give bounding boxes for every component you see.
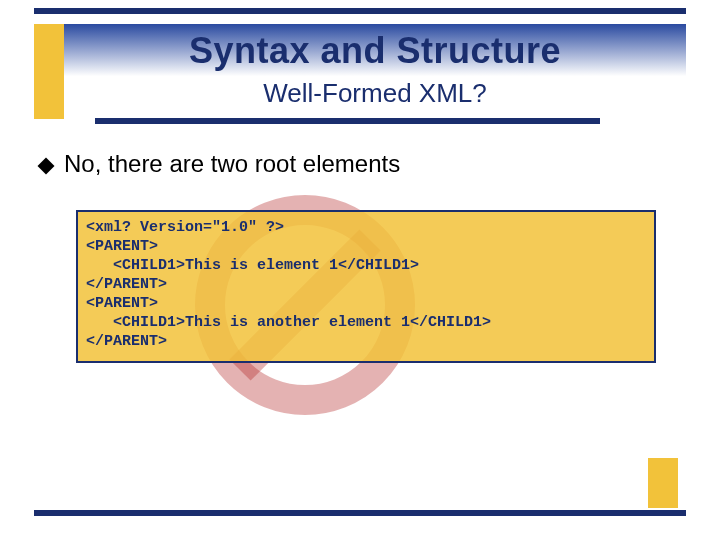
code-block: <xml? Version="1.0" ?> <PARENT> <CHILD1>… [76,210,656,363]
diamond-bullet-icon [38,158,55,175]
slide-title: Syntax and Structure [64,24,686,78]
slide-subtitle: Well-Formed XML? [64,78,686,108]
accent-block-bottom [648,458,678,508]
bullet-line: No, there are two root elements [40,150,680,178]
title-underline [95,118,600,124]
code-line-7: </PARENT> [86,333,167,350]
code-line-2: <PARENT> [86,238,158,255]
bottom-divider [34,510,686,516]
code-line-5: <PARENT> [86,295,158,312]
code-line-1: <xml? Version="1.0" ?> [86,219,284,236]
accent-block-top [34,24,64,119]
code-line-6: <CHILD1>This is another element 1</CHILD… [86,314,491,331]
top-divider [34,8,686,14]
code-line-4: </PARENT> [86,276,167,293]
title-area: Syntax and Structure Well-Formed XML? [64,24,686,119]
code-line-3: <CHILD1>This is element 1</CHILD1> [86,257,419,274]
bullet-text: No, there are two root elements [64,150,400,178]
